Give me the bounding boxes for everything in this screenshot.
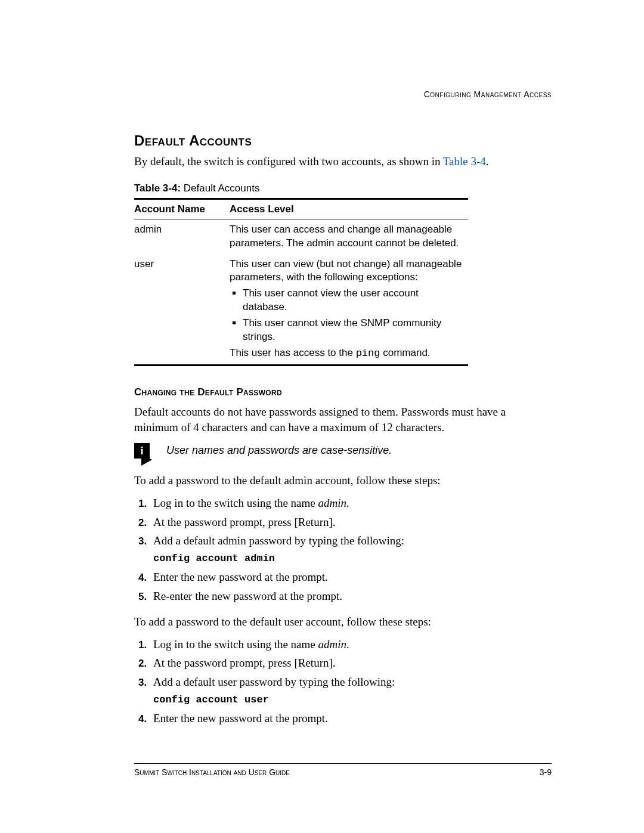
user-desc: This user can view (but not change) all …	[230, 258, 462, 283]
page-footer: Summit Switch Installation and User Guid…	[134, 763, 552, 777]
note-text: User names and passwords are case-sensit…	[166, 443, 392, 457]
table-header-access-level: Access Level	[230, 199, 468, 219]
user-after-post: command.	[380, 347, 430, 358]
list-item: At the password prompt, press [Return].	[150, 515, 552, 530]
step-text: Add a default user password by typing th…	[153, 676, 395, 688]
list-item: Add a default admin password by typing t…	[150, 533, 552, 566]
table-caption-label: Table 3-4:	[134, 182, 181, 194]
list-item: Enter the new password at the prompt.	[150, 711, 552, 726]
account-name-cell: admin	[134, 219, 230, 253]
table-3-4-link[interactable]: Table 3-4	[443, 155, 486, 168]
table-caption: Table 3-4: Default Accounts	[134, 182, 552, 194]
page-content: Configuring Management Access Default Ac…	[134, 89, 552, 736]
page-number: 3-9	[540, 767, 552, 777]
list-item: This user cannot view the user account d…	[243, 287, 462, 314]
account-name-cell: user	[134, 254, 230, 366]
step-text: Log in to the switch using the name	[153, 497, 318, 509]
step-text: .	[346, 497, 349, 509]
admin-name: admin	[318, 497, 347, 509]
list-item: At the password prompt, press [Return].	[150, 655, 552, 671]
list-item: Enter the new password at the prompt.	[150, 569, 552, 585]
intro-paragraph: By default, the switch is configured wit…	[134, 154, 552, 169]
changing-password-heading: Changing the Default Password	[134, 386, 552, 398]
info-note: i User names and passwords are case-sens…	[134, 443, 552, 463]
user-exception-list: This user cannot view the user account d…	[243, 287, 462, 344]
user-after-text: This user has access to the	[230, 347, 356, 358]
intro-suffix: .	[486, 155, 489, 168]
footer-title: Summit Switch Installation and User Guid…	[134, 767, 290, 777]
ping-code: ping	[356, 348, 380, 359]
admin-steps-intro: To add a password to the default admin a…	[134, 473, 552, 488]
intro-text: By default, the switch is configured wit…	[134, 155, 443, 168]
admin-name: admin	[318, 638, 347, 651]
table-caption-title: Default Accounts	[181, 182, 259, 194]
access-level-cell: This user can access and change all mana…	[230, 219, 468, 253]
access-level-cell: This user can view (but not change) all …	[230, 254, 468, 366]
user-steps-intro: To add a password to the default user ac…	[134, 614, 552, 630]
admin-steps-list: Log in to the switch using the name admi…	[134, 496, 552, 603]
default-accounts-table: Account Name Access Level admin This use…	[134, 198, 468, 366]
list-item: Add a default user password by typing th…	[150, 674, 552, 707]
password-paragraph: Default accounts do not have passwords a…	[134, 404, 552, 435]
step-text: Log in to the switch using the name	[153, 638, 318, 651]
list-item: This user cannot view the SNMP community…	[243, 317, 462, 344]
section-title: Default Accounts	[134, 132, 552, 149]
user-steps-list: Log in to the switch using the name admi…	[134, 637, 552, 726]
config-account-admin-cmd: config account admin	[153, 552, 552, 566]
table-row: user This user can view (but not change)…	[134, 254, 468, 366]
list-item: Log in to the switch using the name admi…	[150, 637, 552, 652]
list-item: Re-enter the new password at the prompt.	[150, 589, 552, 604]
step-text: Add a default admin password by typing t…	[153, 534, 404, 547]
config-account-user-cmd: config account user	[153, 693, 552, 707]
list-item: Log in to the switch using the name admi…	[150, 496, 552, 511]
running-head: Configuring Management Access	[424, 89, 552, 99]
step-text: .	[346, 638, 349, 651]
info-icon: i	[134, 443, 154, 463]
table-header-account-name: Account Name	[134, 199, 230, 219]
table-row: admin This user can access and change al…	[134, 219, 468, 253]
